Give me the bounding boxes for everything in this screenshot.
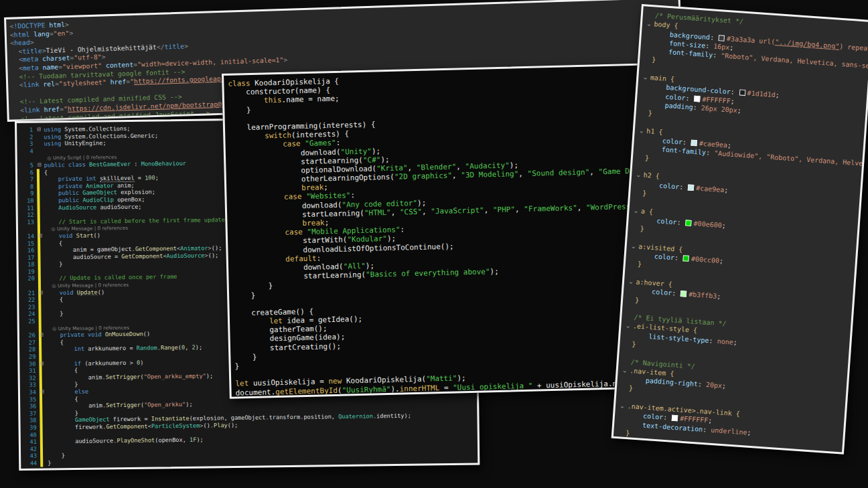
fold-toggle-icon[interactable]: ⊟ xyxy=(34,126,44,133)
line-number: 22 xyxy=(20,297,36,304)
line-number xyxy=(19,155,35,162)
fold-toggle-icon[interactable]: ⊟ xyxy=(36,289,46,297)
token: "Open_arkku_empty" xyxy=(144,372,206,380)
token: : xyxy=(730,88,739,96)
line-number: 44 xyxy=(22,460,38,467)
token: ⌄ xyxy=(628,278,636,286)
fold-gutter xyxy=(35,240,45,247)
token: "Uusi opiskelija " xyxy=(453,381,533,392)
token: GetComponent xyxy=(121,252,163,260)
token: Instantiate xyxy=(151,415,190,422)
token: : xyxy=(710,33,719,42)
token: { xyxy=(693,327,698,334)
token: ; xyxy=(324,218,329,227)
fold-gutter xyxy=(36,261,46,268)
token: else xyxy=(74,388,88,395)
token: AudioClip xyxy=(82,196,114,204)
token: switch xyxy=(265,131,291,141)
token: ; xyxy=(729,44,734,51)
token: , xyxy=(484,206,493,214)
fold-gutter xyxy=(37,317,46,325)
token: Animator xyxy=(180,245,208,252)
fold-gutter xyxy=(35,183,44,190)
token: ⌄ xyxy=(646,20,654,28)
token: case xyxy=(284,192,306,201)
token: transform xyxy=(269,414,301,421)
token: , xyxy=(518,169,528,178)
token: audioSource; xyxy=(96,203,141,210)
fold-toggle-icon[interactable]: ⊟ xyxy=(37,360,46,368)
token: ◎ Unity Script | 0 references xyxy=(44,155,117,161)
token: href xyxy=(44,105,60,113)
token: { xyxy=(46,367,78,374)
fold-gutter xyxy=(36,275,46,282)
token: using xyxy=(44,140,64,147)
token: ); xyxy=(387,234,396,243)
token: public xyxy=(58,197,82,204)
token: ; xyxy=(724,186,729,193)
token xyxy=(11,81,19,88)
token xyxy=(44,190,58,197)
token: 1F xyxy=(190,436,196,443)
token: anim; xyxy=(114,182,135,189)
token: public xyxy=(58,189,82,196)
token: "CSS" xyxy=(400,208,422,217)
fold-toggle-icon[interactable]: ⊟ xyxy=(37,332,46,339)
token: ); xyxy=(372,147,381,155)
fold-toggle-icon[interactable]: ⊟ xyxy=(38,388,47,396)
line-number: 43 xyxy=(22,453,38,460)
token: head xyxy=(14,39,30,47)
line-number: 24 xyxy=(20,311,36,318)
token: position, xyxy=(303,413,338,420)
fold-gutter xyxy=(35,212,45,219)
line-number: 18 xyxy=(20,261,36,268)
fold-gutter xyxy=(36,311,46,318)
token: } xyxy=(48,452,65,459)
token: 16px xyxy=(713,43,730,52)
token: , xyxy=(452,171,461,179)
token: ; xyxy=(708,417,713,424)
token: GameObject xyxy=(75,416,110,424)
token: arkkunumero = xyxy=(84,345,137,352)
token: BestGameEver xyxy=(89,161,131,168)
color-swatch xyxy=(685,220,692,226)
token: ; xyxy=(722,382,727,390)
fold-gutter xyxy=(35,254,45,261)
token: ; xyxy=(733,338,737,345)
token: () xyxy=(93,232,100,238)
token: } xyxy=(621,384,634,392)
token: url( xyxy=(759,37,776,46)
token: "Games" xyxy=(305,139,336,148)
fold-gutter xyxy=(38,396,47,403)
token: innerHTML xyxy=(399,384,439,393)
token: > xyxy=(184,42,188,50)
line-number: 37 xyxy=(21,410,38,417)
fold-gutter xyxy=(38,374,47,382)
line-number: 25 xyxy=(21,318,37,325)
token: { xyxy=(44,169,48,175)
token: { xyxy=(46,339,64,345)
token: let xyxy=(235,380,248,388)
token: } xyxy=(47,381,78,388)
token: } xyxy=(634,189,647,197)
token: firework = xyxy=(110,416,151,423)
fold-gutter xyxy=(38,459,48,467)
fold-gutter xyxy=(38,424,48,431)
fold-gutter xyxy=(35,226,45,233)
token: (); xyxy=(208,252,219,258)
token: "Unity" xyxy=(340,147,372,156)
token: Play xyxy=(214,422,228,428)
token: } xyxy=(47,410,78,417)
token: public class xyxy=(44,161,89,169)
fold-toggle-icon[interactable]: ⊟ xyxy=(35,232,45,240)
fold-toggle-icon[interactable]: ⊟ xyxy=(35,161,44,169)
token: color xyxy=(652,288,672,297)
token: h1 xyxy=(646,127,659,135)
token: body xyxy=(654,21,674,29)
token: document xyxy=(235,388,271,397)
token: 20px xyxy=(706,381,723,390)
line-number xyxy=(20,282,36,290)
token: } xyxy=(627,295,640,303)
token xyxy=(642,82,666,91)
token: : xyxy=(350,191,355,200)
